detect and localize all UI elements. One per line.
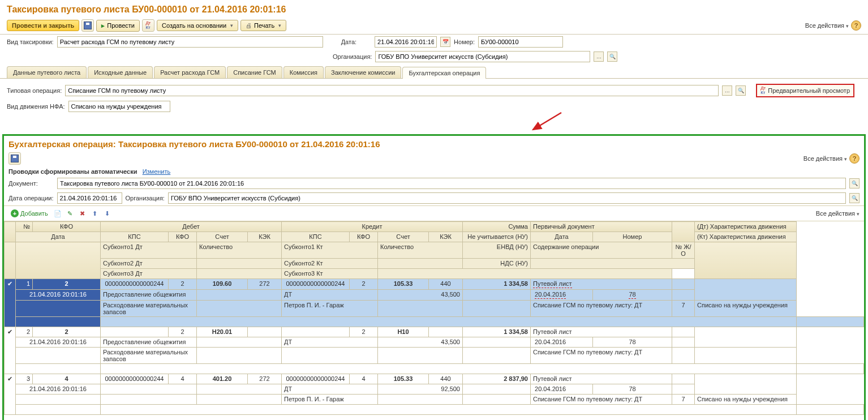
col-kt-char[interactable]: (Кт) Характеристика движения <box>695 232 797 242</box>
col-jo2[interactable]: № Ж/О <box>672 242 695 259</box>
change-link[interactable]: Изменить <box>143 168 171 175</box>
main-toolbar: Провести и закрыть ▸Провести ДтКт Создат… <box>0 17 868 35</box>
op-date-label: Дата операции: <box>8 195 54 202</box>
entries-grid[interactable]: № КФО Дебет Кредит Сумма Первичный докум… <box>4 221 864 415</box>
typical-op-search-icon[interactable]: 🔍 <box>736 85 746 96</box>
doc-search-icon[interactable]: 🔍 <box>849 178 860 188</box>
col-k-kps[interactable]: КПС <box>282 232 350 242</box>
tab-accounting[interactable]: Бухгалтерская операция <box>402 67 486 79</box>
table-row[interactable]: ✔ 3 4 00000000000000244 4 401.20 272 000… <box>5 374 864 384</box>
table-row[interactable] <box>5 364 864 374</box>
typical-op-input[interactable] <box>65 85 719 96</box>
col-k-kfo[interactable]: КФО <box>350 232 378 242</box>
panel-org-label: Организация: <box>126 195 165 202</box>
col-d-kps[interactable]: КПС <box>101 232 169 242</box>
col-k-acc[interactable]: Счет <box>378 232 429 242</box>
taxi-type-input[interactable] <box>57 36 323 48</box>
col-content[interactable]: Содержание операции <box>531 242 672 259</box>
col-sub2d[interactable]: Субконто2 Дт <box>101 259 197 269</box>
dtkt-button[interactable]: ДтКт <box>142 19 154 32</box>
taxi-type-label: Вид таксировки: <box>7 38 54 45</box>
print-button[interactable]: 🖨Печать <box>240 20 286 31</box>
floppy-icon <box>84 22 92 29</box>
col-jo[interactable] <box>672 222 695 242</box>
col-debit[interactable]: Дебет <box>101 222 282 232</box>
preview-button[interactable]: ДтКт Предварительный просмотр <box>756 84 854 97</box>
copy-icon[interactable]: 📄 <box>53 208 63 218</box>
plus-icon: + <box>11 209 19 217</box>
org-label: Организация: <box>333 53 372 60</box>
print-icon: 🖨 <box>246 22 252 29</box>
delete-icon[interactable]: ✖ <box>78 208 88 218</box>
help-icon[interactable]: ? <box>851 20 861 31</box>
panel-org-input[interactable] <box>168 192 846 204</box>
panel-title: Бухгалтерская операция: Таксировка путев… <box>4 136 864 150</box>
panel-all-actions-button[interactable]: Все действия <box>803 155 847 162</box>
grid-all-actions-button[interactable]: Все действия <box>816 210 860 217</box>
col-d-acc[interactable]: Счет <box>197 232 248 242</box>
tab-conclusion[interactable]: Заключение комиссии <box>325 66 401 78</box>
col-kfo[interactable]: КФО <box>33 222 101 232</box>
col-nu[interactable]: Не учитывается (НУ) <box>463 232 531 242</box>
doc-input[interactable] <box>57 178 846 189</box>
tab-source-data[interactable]: Исходные данные <box>88 66 153 78</box>
org-input[interactable] <box>375 51 590 62</box>
move-up-icon[interactable]: ⬆ <box>90 208 100 218</box>
save-button[interactable] <box>81 19 94 32</box>
col-qty[interactable]: Количество <box>197 242 282 259</box>
col-sub3k[interactable]: Субконто3 Кт <box>282 269 378 279</box>
col-sub3d[interactable]: Субконто3 Дт <box>101 269 197 279</box>
panel-org-search-icon[interactable]: 🔍 <box>849 193 860 203</box>
date-input[interactable] <box>375 36 437 48</box>
table-row[interactable]: ✔ 2 2 2 Н20.01 2 Н10 1 334,58 Путевой ли… <box>5 327 864 337</box>
calendar-icon[interactable]: 📅 <box>440 37 450 47</box>
col-k-kek[interactable]: КЭК <box>429 232 463 242</box>
number-label: Номер: <box>454 38 475 45</box>
col-d-kfo[interactable]: КФО <box>169 232 197 242</box>
post-button[interactable]: ▸Провести <box>96 20 140 32</box>
col-sub1k[interactable]: Субконто1 Кт <box>282 242 378 259</box>
op-date-input[interactable] <box>57 192 122 204</box>
table-row[interactable]: Расходование материальных запасов Списан… <box>5 348 864 364</box>
col-credit[interactable]: Кредит <box>282 222 463 232</box>
panel-save-button[interactable] <box>8 152 21 165</box>
col-prim[interactable]: Первичный документ <box>531 222 672 232</box>
move-down-icon[interactable]: ⬇ <box>102 208 113 218</box>
edit-icon[interactable]: ✎ <box>65 208 75 218</box>
tab-bar: Данные путевого листа Исходные данные Ра… <box>0 64 868 79</box>
table-row[interactable] <box>5 405 864 415</box>
col-date[interactable]: Дата <box>16 232 101 242</box>
org-search-icon[interactable]: 🔍 <box>607 52 617 62</box>
tab-fuel-writeoff[interactable]: Списание ГСМ <box>227 66 282 78</box>
org-select-icon[interactable]: … <box>594 52 604 62</box>
create-based-button[interactable]: Создать на основании <box>157 20 238 31</box>
table-row[interactable]: Петров П. И. - Гараж Списание ГСМ по пут… <box>5 395 864 405</box>
date-label: Дата: <box>341 38 356 45</box>
nfa-input[interactable] <box>68 101 170 112</box>
col-nds[interactable]: НДС (НУ) <box>463 259 531 269</box>
typical-op-select-icon[interactable]: … <box>722 85 732 96</box>
col-envd[interactable]: ЕНВД (НУ) <box>463 242 531 259</box>
tab-trip-data[interactable]: Данные путевого листа <box>7 66 87 78</box>
table-row[interactable]: ✔ 1 2 00000000000000244 2 109.60 272 000… <box>5 279 864 290</box>
panel-help-icon[interactable]: ? <box>849 153 860 164</box>
tab-commission[interactable]: Комиссия <box>283 66 324 78</box>
table-row[interactable] <box>5 317 864 327</box>
col-sub1d[interactable]: Субконто1 Дт <box>101 242 197 259</box>
post-close-button[interactable]: Провести и закрыть <box>7 20 79 31</box>
number-input[interactable] <box>478 36 563 48</box>
col-sub2k[interactable]: Субконто2 Кт <box>282 259 378 269</box>
col-d-kek[interactable]: КЭК <box>248 232 282 242</box>
col-dt-char[interactable]: (Дт) Характеристика движения <box>695 222 797 232</box>
col-pdate[interactable]: Дата <box>531 232 593 242</box>
tab-fuel-calc[interactable]: Расчет расхода ГСМ <box>154 66 226 78</box>
table-row[interactable]: Расходование материальных запасов Петров… <box>5 301 864 317</box>
col-pnum[interactable]: Номер <box>593 232 672 242</box>
all-actions-button[interactable]: Все действия <box>805 22 849 29</box>
col-sum[interactable]: Сумма <box>463 222 531 232</box>
col-qty2[interactable]: Количество <box>378 242 463 259</box>
col-num[interactable]: № <box>16 222 33 232</box>
floppy-icon <box>11 155 19 162</box>
add-button[interactable]: +Добавить <box>8 208 50 218</box>
typical-op-label: Типовая операция: <box>7 87 62 94</box>
